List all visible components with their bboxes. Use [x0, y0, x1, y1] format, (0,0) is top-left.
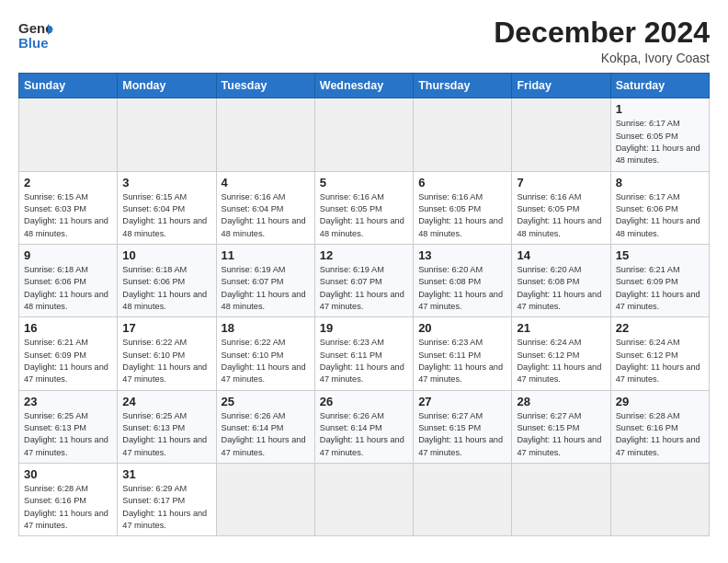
day-info: Sunrise: 6:16 AMSunset: 6:05 PMDaylight:…: [517, 192, 601, 238]
calendar-cell: 7Sunrise: 6:16 AMSunset: 6:05 PMDaylight…: [512, 171, 610, 244]
col-header-friday: Friday: [512, 74, 610, 98]
calendar-cell: 22Sunrise: 6:24 AMSunset: 6:12 PMDayligh…: [610, 317, 709, 390]
calendar-week: 1Sunrise: 6:17 AMSunset: 6:05 PMDaylight…: [19, 98, 710, 171]
month-title: December 2024: [494, 17, 710, 49]
day-number: 8: [616, 176, 704, 190]
calendar-cell: 14Sunrise: 6:20 AMSunset: 6:08 PMDayligh…: [512, 244, 610, 316]
day-info: Sunrise: 6:29 AMSunset: 6:17 PMDaylight:…: [122, 484, 207, 530]
day-info: Sunrise: 6:28 AMSunset: 6:16 PMDaylight:…: [24, 484, 108, 530]
page: General Blue December 2024 Kokpa, Ivory …: [0, 0, 728, 563]
day-info: Sunrise: 6:16 AMSunset: 6:04 PMDaylight:…: [222, 192, 306, 238]
day-info: Sunrise: 6:25 AMSunset: 6:13 PMDaylight:…: [24, 411, 108, 457]
logo-icon: General Blue: [18, 17, 53, 55]
calendar-cell: [512, 464, 610, 536]
day-number: 17: [122, 321, 210, 335]
day-number: 14: [517, 248, 605, 262]
day-info: Sunrise: 6:27 AMSunset: 6:15 PMDaylight:…: [418, 411, 503, 457]
day-number: 28: [517, 395, 605, 408]
day-number: 11: [222, 248, 310, 262]
day-info: Sunrise: 6:20 AMSunset: 6:08 PMDaylight:…: [418, 265, 503, 311]
day-info: Sunrise: 6:24 AMSunset: 6:12 PMDaylight:…: [517, 338, 601, 384]
day-info: Sunrise: 6:15 AMSunset: 6:04 PMDaylight:…: [122, 192, 207, 238]
day-info: Sunrise: 6:26 AMSunset: 6:14 PMDaylight:…: [222, 411, 306, 457]
col-header-tuesday: Tuesday: [216, 74, 314, 98]
day-info: Sunrise: 6:23 AMSunset: 6:11 PMDaylight:…: [418, 338, 503, 384]
calendar-cell: 17Sunrise: 6:22 AMSunset: 6:10 PMDayligh…: [118, 317, 216, 390]
day-number: 4: [222, 176, 310, 190]
day-info: Sunrise: 6:19 AMSunset: 6:07 PMDaylight:…: [222, 265, 306, 311]
calendar-cell: [414, 98, 512, 171]
calendar-cell: 13Sunrise: 6:20 AMSunset: 6:08 PMDayligh…: [414, 244, 512, 316]
day-info: Sunrise: 6:17 AMSunset: 6:06 PMDaylight:…: [616, 192, 700, 238]
day-info: Sunrise: 6:22 AMSunset: 6:10 PMDaylight:…: [122, 338, 207, 384]
day-number: 22: [616, 321, 704, 335]
calendar-cell: 12Sunrise: 6:19 AMSunset: 6:07 PMDayligh…: [314, 244, 413, 316]
day-number: 15: [616, 248, 704, 262]
header-row: SundayMondayTuesdayWednesdayThursdayFrid…: [19, 74, 710, 98]
day-info: Sunrise: 6:24 AMSunset: 6:12 PMDaylight:…: [616, 338, 700, 384]
calendar-cell: [19, 98, 118, 171]
calendar-cell: [314, 464, 413, 536]
calendar-cell: 31Sunrise: 6:29 AMSunset: 6:17 PMDayligh…: [118, 464, 216, 536]
calendar-cell: [216, 464, 314, 536]
day-number: 6: [418, 176, 506, 190]
location: Kokpa, Ivory Coast: [494, 51, 710, 65]
logo: General Blue: [18, 17, 53, 59]
day-info: Sunrise: 6:15 AMSunset: 6:03 PMDaylight:…: [24, 192, 108, 238]
calendar-cell: 23Sunrise: 6:25 AMSunset: 6:13 PMDayligh…: [19, 390, 118, 463]
calendar-cell: 29Sunrise: 6:28 AMSunset: 6:16 PMDayligh…: [610, 390, 709, 463]
day-number: 20: [418, 321, 506, 335]
col-header-thursday: Thursday: [414, 74, 512, 98]
day-number: 26: [320, 395, 408, 408]
day-number: 1: [616, 102, 704, 116]
calendar-week: 2Sunrise: 6:15 AMSunset: 6:03 PMDaylight…: [19, 171, 710, 244]
day-number: 10: [122, 248, 210, 262]
day-number: 7: [517, 176, 605, 190]
day-number: 19: [320, 321, 408, 335]
day-info: Sunrise: 6:19 AMSunset: 6:07 PMDaylight:…: [320, 265, 404, 311]
day-number: 9: [24, 248, 112, 262]
day-number: 5: [320, 176, 408, 190]
calendar-cell: 20Sunrise: 6:23 AMSunset: 6:11 PMDayligh…: [414, 317, 512, 390]
calendar-cell: 9Sunrise: 6:18 AMSunset: 6:06 PMDaylight…: [19, 244, 118, 316]
day-number: 16: [24, 321, 112, 335]
day-info: Sunrise: 6:25 AMSunset: 6:13 PMDaylight:…: [122, 411, 207, 457]
day-number: 29: [616, 395, 704, 408]
day-info: Sunrise: 6:16 AMSunset: 6:05 PMDaylight:…: [418, 192, 503, 238]
calendar-cell: 2Sunrise: 6:15 AMSunset: 6:03 PMDaylight…: [19, 171, 118, 244]
day-number: 18: [222, 321, 310, 335]
calendar-week: 30Sunrise: 6:28 AMSunset: 6:16 PMDayligh…: [19, 464, 710, 536]
calendar-cell: [610, 464, 709, 536]
day-number: 2: [24, 176, 112, 190]
svg-text:Blue: Blue: [18, 35, 49, 51]
calendar-cell: 16Sunrise: 6:21 AMSunset: 6:09 PMDayligh…: [19, 317, 118, 390]
calendar-cell: 27Sunrise: 6:27 AMSunset: 6:15 PMDayligh…: [414, 390, 512, 463]
calendar-cell: [216, 98, 314, 171]
calendar-cell: 21Sunrise: 6:24 AMSunset: 6:12 PMDayligh…: [512, 317, 610, 390]
day-info: Sunrise: 6:18 AMSunset: 6:06 PMDaylight:…: [122, 265, 207, 311]
day-number: 31: [122, 467, 210, 481]
day-info: Sunrise: 6:22 AMSunset: 6:10 PMDaylight:…: [222, 338, 306, 384]
calendar-week: 23Sunrise: 6:25 AMSunset: 6:13 PMDayligh…: [19, 390, 710, 463]
day-info: Sunrise: 6:21 AMSunset: 6:09 PMDaylight:…: [616, 265, 700, 311]
day-info: Sunrise: 6:26 AMSunset: 6:14 PMDaylight:…: [320, 411, 404, 457]
col-header-monday: Monday: [118, 74, 216, 98]
calendar-cell: 10Sunrise: 6:18 AMSunset: 6:06 PMDayligh…: [118, 244, 216, 316]
day-info: Sunrise: 6:16 AMSunset: 6:05 PMDaylight:…: [320, 192, 404, 238]
calendar-cell: 18Sunrise: 6:22 AMSunset: 6:10 PMDayligh…: [216, 317, 314, 390]
day-number: 27: [418, 395, 506, 408]
day-number: 21: [517, 321, 605, 335]
calendar-cell: 25Sunrise: 6:26 AMSunset: 6:14 PMDayligh…: [216, 390, 314, 463]
calendar-cell: [512, 98, 610, 171]
day-number: 13: [418, 248, 506, 262]
day-info: Sunrise: 6:28 AMSunset: 6:16 PMDaylight:…: [616, 411, 700, 457]
day-info: Sunrise: 6:23 AMSunset: 6:11 PMDaylight:…: [320, 338, 404, 384]
calendar-cell: 19Sunrise: 6:23 AMSunset: 6:11 PMDayligh…: [314, 317, 413, 390]
calendar-cell: 3Sunrise: 6:15 AMSunset: 6:04 PMDaylight…: [118, 171, 216, 244]
calendar-cell: 4Sunrise: 6:16 AMSunset: 6:04 PMDaylight…: [216, 171, 314, 244]
calendar-cell: 6Sunrise: 6:16 AMSunset: 6:05 PMDaylight…: [414, 171, 512, 244]
calendar-week: 16Sunrise: 6:21 AMSunset: 6:09 PMDayligh…: [19, 317, 710, 390]
calendar-cell: 28Sunrise: 6:27 AMSunset: 6:15 PMDayligh…: [512, 390, 610, 463]
col-header-wednesday: Wednesday: [314, 74, 413, 98]
calendar-cell: 8Sunrise: 6:17 AMSunset: 6:06 PMDaylight…: [610, 171, 709, 244]
